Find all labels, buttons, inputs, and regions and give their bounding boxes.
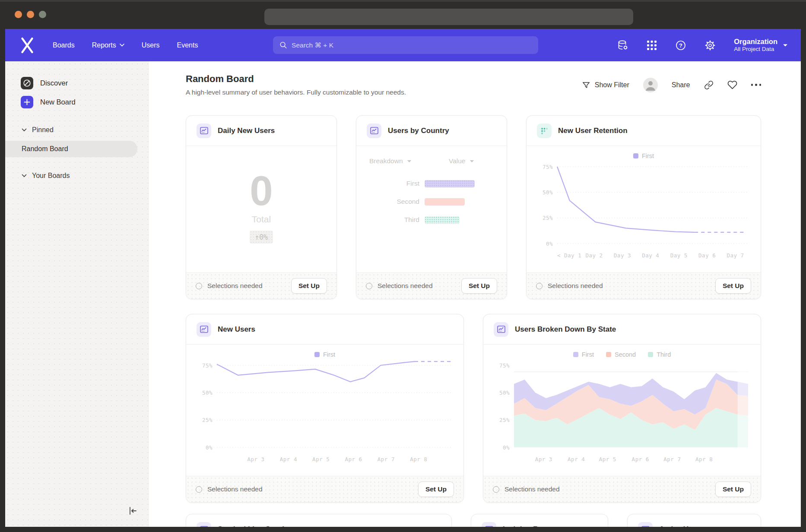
kpi-delta-badge: ↑0% <box>250 231 273 244</box>
avatar[interactable] <box>643 78 658 92</box>
line-chart-icon <box>197 322 211 337</box>
skeleton-bar <box>425 198 465 206</box>
compass-icon <box>21 77 33 89</box>
card-stacked-line-graph: Stacked Line Graph <box>186 514 452 527</box>
svg-text:0%: 0% <box>503 444 510 451</box>
sidebar-item-random-board[interactable]: Random Board <box>5 141 137 157</box>
retention-grid-icon <box>537 124 552 138</box>
chart-legend: First <box>314 350 335 359</box>
chart-legend: First <box>633 151 654 161</box>
window-close-button[interactable] <box>15 11 22 18</box>
breakdown-dropdown[interactable]: Breakdown <box>369 157 412 165</box>
status-circle-icon <box>536 283 543 289</box>
collapse-sidebar-icon[interactable] <box>127 506 138 517</box>
top-navbar: Boards Reports Users Events <box>5 29 801 61</box>
chart-legend: FirstSecondThird <box>573 350 671 359</box>
data-management-icon[interactable] <box>617 39 628 51</box>
nav-item-reports[interactable]: Reports <box>92 41 124 49</box>
apps-grid-icon[interactable] <box>647 40 657 51</box>
card-title: Daily New Users <box>218 127 275 135</box>
card-title: Users by Country <box>388 127 449 135</box>
browser-tab-placeholder[interactable] <box>264 9 633 25</box>
chevron-down-icon <box>470 160 474 163</box>
row-label: Third <box>356 216 425 224</box>
nav-item-label: Reports <box>92 41 116 49</box>
status-label: Selections needed <box>505 485 560 493</box>
favorite-heart-icon[interactable] <box>727 80 737 90</box>
skeleton-row: Third <box>356 216 507 224</box>
svg-text:50%: 50% <box>543 189 553 196</box>
share-button[interactable]: Share <box>672 81 690 89</box>
svg-text:Apr 5: Apr 5 <box>312 456 330 462</box>
svg-text:Apr 6: Apr 6 <box>345 456 362 462</box>
svg-text:Apr 7: Apr 7 <box>663 456 681 462</box>
new-users-line-chart: 75%50%25%0%Apr 3Apr 4Apr 5Apr 6Apr 7Apr … <box>196 359 454 467</box>
sidebar-item-label: Discover <box>40 79 68 87</box>
status-selections-needed: Selections needed <box>196 282 263 290</box>
chevron-down-icon <box>407 160 412 163</box>
nav-item-label: Boards <box>53 41 75 49</box>
status-label: Selections needed <box>207 485 263 493</box>
card-new-user-retention: New User Retention First 75%50%25%0%< Da… <box>526 115 761 299</box>
status-label: Selections needed <box>378 282 433 290</box>
navbar-right: ? Organization <box>617 37 788 54</box>
search-input[interactable] <box>292 41 532 49</box>
setup-button[interactable]: Set Up <box>291 278 327 294</box>
card-title: Active Users <box>659 525 704 527</box>
org-switcher[interactable]: Organization All Project Data <box>734 37 788 54</box>
nav-item-users[interactable]: Users <box>142 41 160 49</box>
card-title: Insights Report <box>503 525 557 527</box>
sidebar-item-discover[interactable]: Discover <box>21 73 149 92</box>
more-options-icon[interactable] <box>751 84 762 86</box>
sidebar-item-new-board[interactable]: New Board <box>21 92 149 111</box>
line-chart-icon <box>197 124 211 138</box>
show-filter-button[interactable]: Show Filter <box>582 81 629 89</box>
show-filter-label: Show Filter <box>595 81 629 89</box>
nav-item-boards[interactable]: Boards <box>53 41 75 49</box>
nav-item-events[interactable]: Events <box>177 41 198 49</box>
value-label: Value <box>449 157 466 165</box>
line-chart-icon <box>494 322 508 337</box>
card-new-users: New Users First 75%50%25%0%Apr 3Apr 4Apr… <box>186 314 464 503</box>
setup-button[interactable]: Set Up <box>715 481 751 497</box>
svg-text:Apr 8: Apr 8 <box>695 456 713 462</box>
sidebar-section-label: Pinned <box>32 126 54 134</box>
card-users-by-state: Users Broken Down By State FirstSecondTh… <box>483 314 761 503</box>
plus-icon <box>21 96 33 108</box>
svg-text:Day 5: Day 5 <box>670 252 688 259</box>
card-title: New User Retention <box>558 127 628 135</box>
sidebar-section-your-boards[interactable]: Your Boards <box>22 172 149 180</box>
window-minimize-button[interactable] <box>27 11 34 18</box>
setup-button[interactable]: Set Up <box>715 278 751 294</box>
legend-item: First <box>314 351 335 358</box>
skeleton-row: Second <box>356 198 507 206</box>
nav-item-label: Users <box>142 41 160 49</box>
status-selections-needed: Selections needed <box>493 485 560 493</box>
setup-button[interactable]: Set Up <box>418 481 454 497</box>
sidebar-section-pinned[interactable]: Pinned <box>22 126 149 134</box>
org-project: All Project Data <box>734 46 777 53</box>
copy-link-icon[interactable] <box>704 80 714 90</box>
skeleton-bar <box>425 180 475 187</box>
svg-text:Apr 8: Apr 8 <box>410 456 427 462</box>
window-zoom-button[interactable] <box>39 11 46 18</box>
filter-icon <box>582 81 590 89</box>
legend-item: Second <box>606 351 636 358</box>
row-label: Second <box>356 198 425 206</box>
value-dropdown[interactable]: Value <box>449 157 474 165</box>
svg-text:Day 3: Day 3 <box>614 252 631 259</box>
setup-button[interactable]: Set Up <box>461 278 497 294</box>
help-icon[interactable]: ? <box>675 40 686 51</box>
legend-item: First <box>573 351 594 358</box>
svg-text:75%: 75% <box>202 362 213 369</box>
svg-text:?: ? <box>679 42 682 48</box>
svg-text:25%: 25% <box>499 417 510 423</box>
chevron-down-icon <box>22 128 27 132</box>
mixpanel-logo-icon[interactable] <box>21 37 34 54</box>
legend-item: Third <box>648 351 671 358</box>
card-title: Stacked Line Graph <box>218 525 287 527</box>
global-search[interactable] <box>273 36 538 54</box>
settings-gear-icon[interactable] <box>704 40 716 51</box>
line-chart-icon <box>197 522 211 527</box>
status-selections-needed: Selections needed <box>366 282 433 290</box>
